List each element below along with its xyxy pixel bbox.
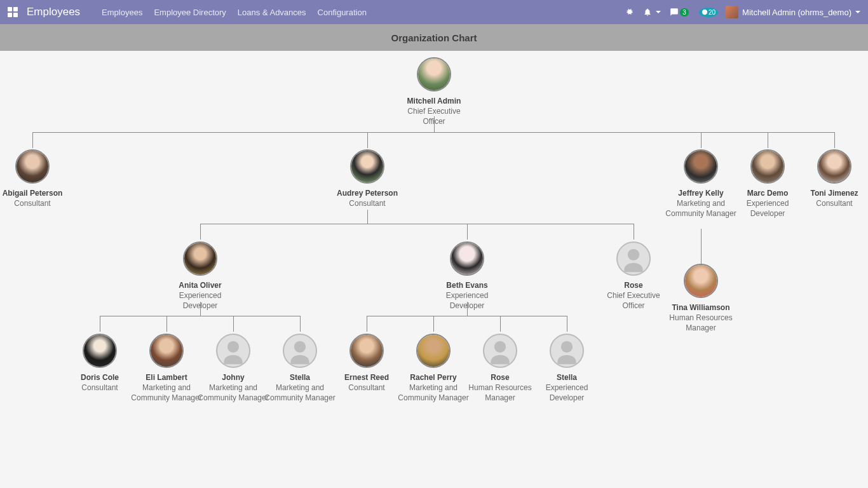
org-node[interactable]: Ernest Reed Consultant: [329, 334, 405, 393]
employee-role: Human Resources Manager: [462, 383, 538, 403]
org-node[interactable]: Audrey Peterson Consultant: [329, 149, 405, 209]
employee-name: Mitchell Admin: [396, 97, 472, 106]
avatar: [817, 149, 851, 184]
chevron-down-icon: [855, 11, 860, 13]
connector: [233, 316, 234, 332]
org-node[interactable]: Anita Oliver Experienced Developer: [162, 241, 238, 311]
org-node[interactable]: Marc Demo Experienced Developer: [729, 149, 806, 219]
avatar: [350, 149, 384, 184]
employee-name: Eli Lambert: [128, 373, 205, 383]
employee-name: Abigail Peterson: [0, 189, 71, 198]
employee-name: Anita Oliver: [162, 281, 238, 290]
org-node[interactable]: Eli Lambert Marketing and Community Mana…: [128, 334, 205, 403]
employee-role: Consultant: [329, 383, 405, 393]
connector: [32, 132, 834, 133]
notifications-icon[interactable]: [643, 8, 661, 17]
nav-configuration[interactable]: Configuration: [318, 8, 367, 17]
avatar: [183, 241, 217, 276]
org-node[interactable]: Stella Marketing and Community Manager: [262, 334, 338, 403]
activities-badge: 20: [709, 9, 715, 16]
activities-icon[interactable]: 20: [698, 8, 718, 17]
chevron-down-icon: [656, 11, 661, 13]
connector: [367, 132, 368, 148]
employee-name: Rose: [462, 373, 538, 383]
employee-role: Chief Executive Officer: [396, 107, 472, 126]
connector: [100, 316, 300, 316]
avatar: [283, 334, 317, 368]
connector: [367, 316, 567, 316]
employee-role: Human Resources Manager: [663, 313, 739, 333]
employee-role: Consultant: [329, 199, 405, 209]
org-node[interactable]: Rachel Perry Marketing and Community Man…: [395, 334, 471, 403]
topbar: Employees Employees Employee Directory L…: [0, 0, 868, 24]
avatar: [417, 57, 451, 92]
app-title: Employees: [27, 6, 80, 18]
avatar: [450, 241, 484, 276]
employee-role: Consultant: [0, 199, 71, 209]
employee-name: Stella: [529, 373, 605, 383]
avatar: [750, 149, 785, 184]
org-node-root[interactable]: Mitchell Admin Chief Executive Officer: [396, 57, 472, 126]
employee-name: Doris Cole: [62, 373, 138, 383]
org-node[interactable]: Johny Marketing and Community Manager: [195, 334, 271, 403]
connector: [634, 224, 634, 240]
employee-role: Chief Executive Officer: [595, 291, 672, 311]
org-node[interactable]: Toni Jimenez Consultant: [796, 149, 868, 209]
page-title: Organization Chart: [391, 32, 477, 43]
connector: [834, 132, 835, 148]
nav-employee-directory[interactable]: Employee Directory: [154, 8, 226, 17]
connector: [500, 316, 501, 332]
avatar: [216, 334, 250, 368]
org-node[interactable]: Rose Human Resources Manager: [462, 334, 538, 403]
org-node[interactable]: Doris Cole Consultant: [62, 334, 138, 393]
employee-name: Toni Jimenez: [796, 189, 868, 198]
org-node[interactable]: Jeffrey Kelly Marketing and Community Ma…: [663, 149, 739, 219]
connector: [701, 229, 702, 264]
avatar: [416, 334, 451, 368]
user-display-name: Mitchell Admin (ohrms_demo): [742, 8, 851, 17]
avatar: [349, 334, 384, 368]
avatar: [83, 334, 117, 368]
connector: [32, 132, 33, 148]
employee-name: Johny: [195, 373, 271, 383]
employee-name: Marc Demo: [729, 189, 806, 198]
debug-icon[interactable]: [625, 8, 634, 17]
employee-name: Audrey Peterson: [329, 189, 405, 198]
connector: [467, 224, 468, 240]
org-node[interactable]: Abigail Peterson Consultant: [0, 149, 71, 209]
avatar: [15, 149, 50, 184]
user-menu[interactable]: Mitchell Admin (ohrms_demo): [726, 6, 860, 18]
employee-role: Experienced Developer: [529, 383, 605, 403]
employee-name: Rachel Perry: [395, 373, 471, 383]
connector: [300, 316, 301, 332]
employee-name: Ernest Reed: [329, 373, 405, 383]
employee-name: Jeffrey Kelly: [663, 189, 739, 198]
connector: [200, 224, 201, 240]
org-node[interactable]: Beth Evans Experienced Developer: [429, 241, 505, 311]
connector: [166, 316, 167, 332]
employee-role: Experienced Developer: [162, 291, 238, 311]
employee-name: Tina Williamson: [663, 303, 739, 313]
nav-loans-advances[interactable]: Loans & Advances: [238, 8, 306, 17]
org-chart: Mitchell Admin Chief Executive Officer A…: [0, 51, 868, 488]
employee-name: Stella: [262, 373, 338, 383]
employee-name: Rose: [595, 281, 672, 290]
messages-icon[interactable]: 3: [670, 8, 689, 17]
apps-icon[interactable]: [8, 7, 18, 17]
org-node[interactable]: Stella Experienced Developer: [529, 334, 605, 403]
nav-employees[interactable]: Employees: [102, 8, 142, 17]
employee-role: Marketing and Community Manager: [128, 383, 205, 403]
page-title-bar: Organization Chart: [0, 24, 868, 51]
avatar: [616, 241, 651, 276]
employee-name: Beth Evans: [429, 281, 505, 290]
avatar: [149, 334, 184, 368]
employee-role: Consultant: [62, 383, 138, 393]
employee-role: Marketing and Community Manager: [195, 383, 271, 403]
connector: [768, 132, 768, 148]
connector: [367, 210, 368, 224]
org-node[interactable]: Rose Chief Executive Officer: [595, 241, 672, 311]
connector: [100, 316, 100, 332]
avatar: [684, 264, 718, 298]
org-node[interactable]: Tina Williamson Human Resources Manager: [663, 264, 739, 333]
employee-role: Marketing and Community Manager: [663, 199, 739, 219]
